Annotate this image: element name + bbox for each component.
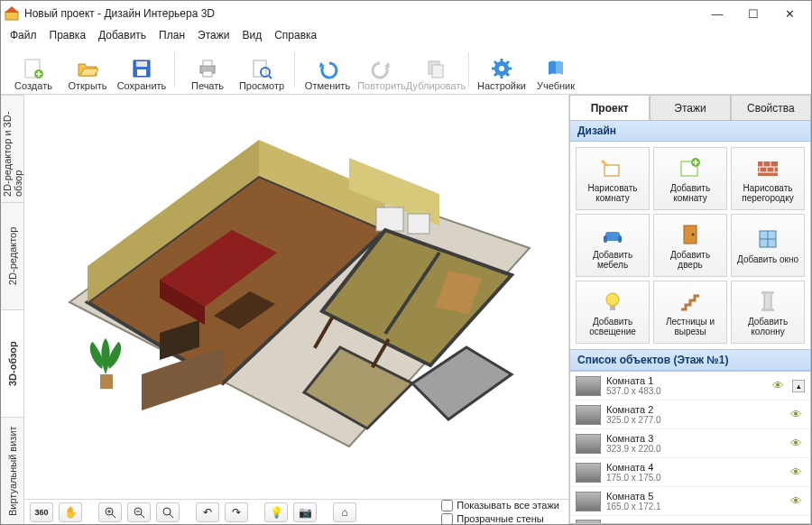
visibility-icon[interactable]: 👁: [790, 437, 805, 451]
svg-point-41: [163, 508, 171, 515]
visibility-icon[interactable]: 👁: [790, 522, 805, 523]
tab-2d-3d[interactable]: 2D-редактор и 3D-обзор: [1, 95, 23, 202]
object-name: Комната 2: [606, 404, 785, 415]
menu-plan[interactable]: План: [153, 27, 190, 43]
zoom-out-button[interactable]: [127, 502, 151, 522]
toolbar-separator: [294, 52, 295, 87]
object-dimensions: 537.0 x 483.0: [606, 386, 767, 396]
settings-button[interactable]: Настройки: [476, 48, 527, 91]
add-window-button[interactable]: Добавить окно: [731, 214, 805, 277]
bulb-icon: 💡: [270, 506, 283, 519]
svg-rect-55: [761, 291, 774, 294]
object-list-item[interactable]: Комната 1537.0 x 483.0👁▴: [570, 372, 810, 401]
object-name: Комната 3: [606, 433, 785, 444]
preview-button[interactable]: Просмотр: [236, 48, 287, 91]
visibility-icon[interactable]: 👁: [790, 494, 805, 509]
object-dimensions: 323.9 x 220.0: [606, 444, 785, 454]
armchair-icon: [600, 222, 625, 247]
undo-button[interactable]: Отменить: [302, 48, 353, 91]
redo-icon: ↷: [232, 506, 241, 519]
svg-rect-6: [137, 69, 146, 76]
maximize-button[interactable]: ☐: [735, 1, 771, 26]
object-list-item[interactable]: Диван еврокнижка👁: [570, 516, 810, 523]
tab-virtual-visit[interactable]: Виртуальный визит: [1, 417, 23, 524]
tutorial-button[interactable]: Учебник: [531, 48, 581, 91]
viewport: 360 ✋ ↶ ↷ 💡 📷 ⌂ Показывать все этажи Про…: [24, 95, 569, 524]
tab-2d[interactable]: 2D-редактор: [1, 202, 23, 309]
svg-marker-1: [5, 6, 19, 13]
rotate-360-button[interactable]: 360: [30, 502, 53, 522]
add-light-button[interactable]: Добавить освещение: [576, 281, 650, 344]
scroll-up-button[interactable]: ▴: [792, 380, 805, 392]
add-door-button[interactable]: Добавить дверь: [653, 214, 727, 277]
svg-rect-24: [100, 374, 113, 389]
object-list-item[interactable]: Комната 5165.0 x 172.1👁: [570, 487, 810, 516]
camera-button[interactable]: 📷: [293, 502, 317, 522]
tab-project[interactable]: Проект: [569, 95, 650, 120]
draw-wall-button[interactable]: Нарисовать перегородку: [731, 147, 805, 210]
transparent-walls-checkbox[interactable]: Прозрачные стены: [441, 513, 559, 525]
zoom-in-button[interactable]: [98, 502, 122, 522]
show-all-floors-checkbox[interactable]: Показывать все этажи: [441, 500, 559, 511]
tab-floors[interactable]: Этажи: [650, 95, 730, 120]
draw-room-button[interactable]: Нарисовать комнату: [576, 147, 650, 210]
redo-icon: [370, 57, 393, 80]
object-dimensions: 325.0 x 277.0: [606, 415, 785, 425]
svg-rect-56: [761, 309, 774, 311]
object-name: Комната 1: [606, 375, 767, 386]
floorplan-3d: [51, 113, 539, 474]
toolbar: Создать Открыть Сохранить Печать Просмот…: [1, 44, 811, 95]
visibility-icon[interactable]: 👁: [772, 379, 787, 393]
object-list-item[interactable]: Комната 2325.0 x 277.0👁: [570, 401, 810, 429]
close-button[interactable]: ✕: [771, 1, 807, 26]
object-list-item[interactable]: Комната 3323.9 x 220.0👁: [570, 429, 810, 458]
add-furniture-button[interactable]: Добавить мебель: [576, 214, 650, 277]
object-list-item[interactable]: Комната 4175.0 x 175.0👁: [570, 458, 810, 487]
camera-icon: 📷: [299, 506, 312, 519]
open-button[interactable]: Открыть: [62, 48, 113, 91]
light-button[interactable]: 💡: [264, 502, 288, 522]
tab-3d[interactable]: 3D-обзор: [1, 309, 23, 417]
save-button[interactable]: Сохранить: [116, 48, 167, 91]
svg-rect-9: [203, 71, 212, 77]
zoom-fit-button[interactable]: [156, 502, 180, 522]
menu-floors[interactable]: Этажи: [192, 27, 235, 43]
undo-icon: [316, 57, 339, 80]
svg-rect-48: [618, 235, 622, 243]
redo-view-button[interactable]: ↷: [225, 502, 248, 522]
pan-button[interactable]: ✋: [59, 502, 82, 522]
object-name: Комната 5: [606, 491, 785, 502]
menu-help[interactable]: Справка: [269, 27, 322, 43]
undo-view-button[interactable]: ↶: [196, 502, 219, 522]
menubar: Файл Правка Добавить План Этажи Вид Спра…: [1, 26, 811, 44]
visibility-icon[interactable]: 👁: [790, 408, 805, 422]
tab-properties[interactable]: Свойства: [731, 95, 811, 120]
stairs-button[interactable]: Лестницы и вырезы: [653, 281, 727, 344]
menu-edit[interactable]: Правка: [44, 27, 92, 43]
svg-rect-49: [684, 226, 697, 244]
folder-open-icon: [76, 57, 99, 80]
add-room-button[interactable]: Добавить комнату: [653, 147, 727, 210]
print-button[interactable]: Печать: [182, 48, 233, 91]
create-button[interactable]: Создать: [8, 48, 59, 91]
pencil-room-icon: [600, 155, 625, 180]
bulb-icon: [600, 289, 625, 314]
titlebar: Новый проект - Дизайн Интерьера 3D — ☐ ✕: [1, 1, 811, 26]
minimize-button[interactable]: —: [699, 1, 735, 26]
rotate-icon: 360: [34, 508, 48, 517]
object-name: Комната 4: [606, 462, 785, 473]
3d-scene[interactable]: [24, 95, 568, 499]
visibility-icon[interactable]: 👁: [790, 465, 805, 480]
menu-file[interactable]: Файл: [5, 27, 42, 43]
object-thumbnail: [576, 405, 601, 425]
object-thumbnail: [576, 434, 601, 454]
menu-add[interactable]: Добавить: [93, 27, 152, 43]
door-icon: [678, 222, 703, 247]
duplicate-button[interactable]: Дублировать: [411, 48, 461, 91]
menu-view[interactable]: Вид: [236, 27, 267, 43]
redo-button[interactable]: Повторить: [356, 48, 407, 91]
add-room-icon: [678, 155, 703, 180]
svg-rect-29: [408, 214, 429, 234]
add-column-button[interactable]: Добавить колонну: [731, 281, 805, 344]
home-view-button[interactable]: ⌂: [333, 502, 356, 522]
